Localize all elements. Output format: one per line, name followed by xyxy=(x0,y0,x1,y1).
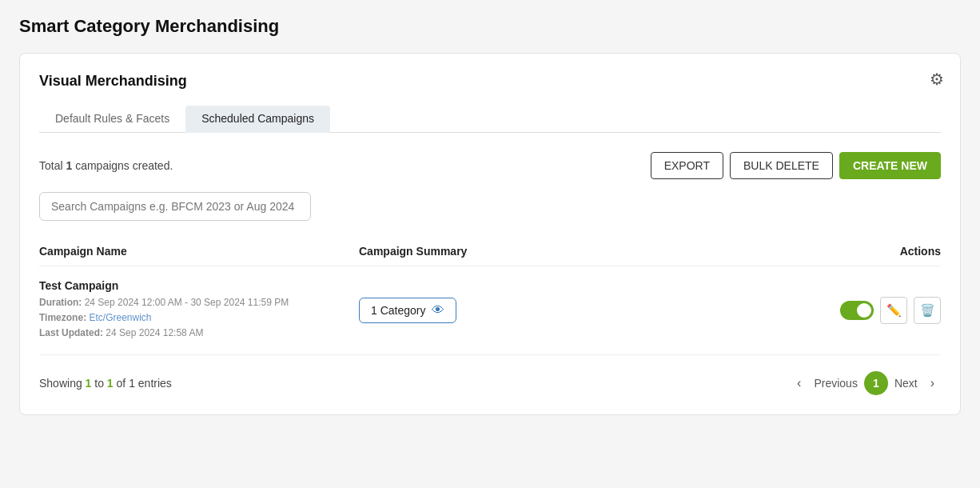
tab-default-rules[interactable]: Default Rules & Facets xyxy=(39,106,185,133)
main-card: ⚙ Visual Merchandising Default Rules & F… xyxy=(19,53,961,415)
duration-label: Duration: xyxy=(39,297,82,308)
pagination-bar: Showing 1 to 1 of 1 entries ‹ Previous 1… xyxy=(39,371,941,395)
showing-pre: Showing xyxy=(39,377,86,390)
toolbar: Total 1 campaigns created. EXPORT BULK D… xyxy=(39,152,941,179)
total-post: campaigns created. xyxy=(72,159,173,172)
page-title: Smart Category Merchandising xyxy=(19,16,961,37)
last-updated-value: 24 Sep 2024 12:58 AM xyxy=(106,327,203,338)
total-pre: Total xyxy=(39,159,66,172)
campaign-summary-block: 1 Category 👁 xyxy=(359,298,797,323)
gear-icon: ⚙ xyxy=(930,70,944,88)
previous-button[interactable]: ‹ xyxy=(791,373,807,394)
pagination-controls: ‹ Previous 1 Next › xyxy=(791,371,941,395)
campaign-meta: Duration: 24 Sep 2024 12:00 AM - 30 Sep … xyxy=(39,295,359,342)
prev-chevron-icon: ‹ xyxy=(797,376,801,390)
campaign-name-block: Test Campaign Duration: 24 Sep 2024 12:0… xyxy=(39,279,359,342)
timezone-label: Timezone: xyxy=(39,312,86,323)
delete-button[interactable]: 🗑️ xyxy=(914,297,941,324)
settings-icon-button[interactable]: ⚙ xyxy=(930,70,944,89)
campaign-name: Test Campaign xyxy=(39,279,359,292)
showing-to-label: to xyxy=(91,377,106,390)
campaign-toggle[interactable] xyxy=(840,301,874,320)
next-button[interactable]: › xyxy=(924,373,941,394)
toggle-slider xyxy=(840,301,874,320)
search-input[interactable] xyxy=(39,192,311,221)
category-badge[interactable]: 1 Category 👁 xyxy=(359,298,456,323)
action-buttons: EXPORT BULK DELETE CREATE NEW xyxy=(651,152,941,179)
last-updated-label: Last Updated: xyxy=(39,327,103,338)
table-header: Campaign Name Campaign Summary Actions xyxy=(39,237,941,266)
duration-value: 24 Sep 2024 12:00 AM - 30 Sep 2024 11:59… xyxy=(85,297,289,308)
showing-to: 1 xyxy=(107,377,114,390)
showing-total: 1 xyxy=(129,377,135,390)
create-new-button[interactable]: CREATE NEW xyxy=(839,152,941,179)
actions-block: ✏️ 🗑️ xyxy=(797,297,941,324)
showing-text: Showing 1 to 1 of 1 entries xyxy=(39,377,172,390)
header-campaign-name: Campaign Name xyxy=(39,245,359,258)
next-label: Next xyxy=(894,377,918,390)
next-chevron-icon: › xyxy=(930,376,934,390)
eye-icon: 👁 xyxy=(432,303,444,318)
showing-entries: entries xyxy=(135,377,172,390)
current-page-number[interactable]: 1 xyxy=(864,371,888,395)
tab-scheduled-campaigns[interactable]: Scheduled Campaigns xyxy=(185,106,330,133)
category-badge-text: 1 Category xyxy=(371,304,425,317)
total-campaigns-text: Total 1 campaigns created. xyxy=(39,159,173,172)
export-button[interactable]: EXPORT xyxy=(651,152,723,179)
content-area: Total 1 campaigns created. EXPORT BULK D… xyxy=(39,133,941,395)
bulk-delete-button[interactable]: BULK DELETE xyxy=(730,152,833,179)
card-title: Visual Merchandising xyxy=(39,73,941,90)
header-actions: Actions xyxy=(797,245,941,258)
table-row: Test Campaign Duration: 24 Sep 2024 12:0… xyxy=(39,266,941,355)
header-campaign-summary: Campaign Summary xyxy=(359,245,797,258)
timezone-value: Etc/Greenwich xyxy=(89,312,151,323)
previous-label: Previous xyxy=(814,377,857,390)
showing-of-label: of xyxy=(114,377,129,390)
edit-button[interactable]: ✏️ xyxy=(880,297,907,324)
tab-bar: Default Rules & Facets Scheduled Campaig… xyxy=(39,106,941,133)
